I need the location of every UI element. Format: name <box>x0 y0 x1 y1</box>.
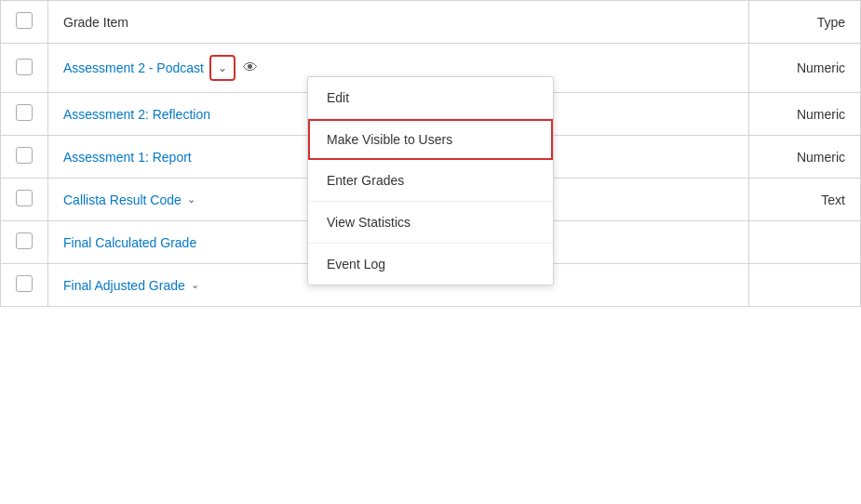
menu-item-label: Event Log <box>327 257 385 272</box>
menu-item-edit[interactable]: Edit <box>308 77 553 119</box>
grade-item-link[interactable]: Final Adjusted Grade <box>63 278 185 293</box>
header-grade-item-label: Grade Item <box>63 15 128 30</box>
chevron-down-icon: ⌄ <box>218 61 227 74</box>
menu-item-label: Enter Grades <box>327 173 404 188</box>
row-checkbox-cell <box>1 136 48 179</box>
header-checkbox[interactable] <box>16 12 33 29</box>
row-checkbox[interactable] <box>16 147 33 164</box>
type-cell: Numeric <box>749 93 861 136</box>
row-checkbox-cell <box>1 93 48 136</box>
header-grade-item: Grade Item <box>48 1 749 44</box>
grade-table-container: Grade Item Type Assessment 2 - Podcast ⌄ <box>0 0 861 307</box>
menu-item-make-visible[interactable]: Make Visible to Users <box>308 119 553 160</box>
row-checkbox[interactable] <box>16 190 33 206</box>
grade-item-link[interactable]: Assessment 2: Reflection <box>63 107 210 122</box>
type-cell: Numeric <box>749 136 861 179</box>
eye-slash-icon: 👁︎ <box>243 60 258 76</box>
menu-item-label: View Statistics <box>327 215 410 230</box>
dropdown-button[interactable]: ⌄ <box>209 55 235 81</box>
type-value: Text <box>821 192 845 207</box>
menu-item-label: Make Visible to Users <box>327 132 452 147</box>
chevron-down-icon[interactable]: ⌄ <box>191 279 199 291</box>
grade-item-link[interactable]: Assessment 1: Report <box>63 150 192 165</box>
row-checkbox-cell <box>1 221 48 264</box>
menu-item-view-statistics[interactable]: View Statistics <box>308 202 553 244</box>
type-value: Numeric <box>797 60 845 75</box>
header-type-label: Type <box>817 15 845 30</box>
grade-item-link[interactable]: Final Calculated Grade <box>63 235 196 250</box>
type-cell: Text <box>749 179 861 221</box>
type-cell <box>749 264 861 307</box>
context-dropdown-menu: Edit Make Visible to Users Enter Grades … <box>307 76 554 285</box>
menu-item-event-log[interactable]: Event Log <box>308 244 553 285</box>
grade-item-link[interactable]: Assessment 2 - Podcast <box>63 60 204 75</box>
type-value: Numeric <box>797 107 845 122</box>
row-checkbox-cell <box>1 44 48 93</box>
row-checkbox[interactable] <box>16 59 33 75</box>
type-value: Numeric <box>797 150 845 165</box>
type-cell <box>749 221 861 264</box>
header-type: Type <box>749 1 861 44</box>
row-checkbox[interactable] <box>16 104 33 121</box>
chevron-down-icon[interactable]: ⌄ <box>187 193 195 206</box>
row-checkbox[interactable] <box>16 232 33 249</box>
menu-item-label: Edit <box>327 90 349 105</box>
menu-item-enter-grades[interactable]: Enter Grades <box>308 160 553 202</box>
row-checkbox-cell <box>1 179 48 221</box>
grade-item-link[interactable]: Callista Result Code <box>63 192 182 207</box>
header-checkbox-cell <box>1 1 48 44</box>
row-checkbox-cell <box>1 264 48 307</box>
type-cell: Numeric <box>749 44 861 93</box>
row-checkbox[interactable] <box>16 275 33 292</box>
